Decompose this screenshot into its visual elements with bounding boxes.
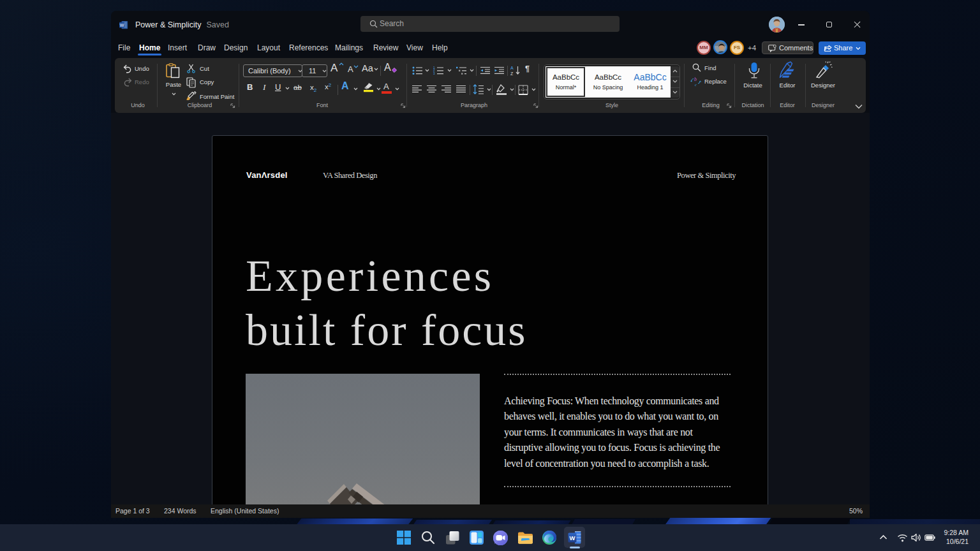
svg-text:3: 3 xyxy=(433,72,435,75)
svg-text:A: A xyxy=(510,66,514,70)
svg-text:W: W xyxy=(120,23,124,27)
svg-text:W: W xyxy=(569,534,575,541)
svg-text:c: c xyxy=(695,82,697,87)
svg-text:Z: Z xyxy=(510,71,514,76)
